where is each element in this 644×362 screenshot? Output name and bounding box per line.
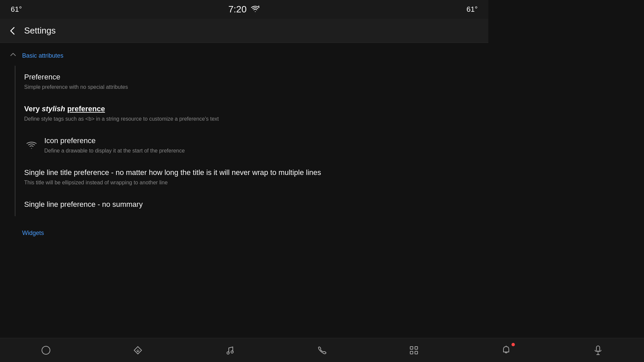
list-item[interactable]: Icon preference Define a drawable to dis…	[0, 129, 488, 161]
list-item[interactable]: Single line title preference - no matter…	[0, 161, 488, 193]
back-button[interactable]	[8, 26, 17, 36]
pref-text-no-summary: Single line preference - no summary	[24, 200, 479, 209]
pref-text-preference: Preference Simple preference with no spe…	[24, 72, 479, 91]
pref-summary-preference: Simple preference with no special attrib…	[24, 83, 479, 91]
list-item[interactable]: Very stylish preference Define style tag…	[0, 98, 488, 129]
pref-text-stylish: Very stylish preference Define style tag…	[24, 104, 479, 123]
list-item[interactable]: Checkbox preference Tap anywhere in this…	[0, 242, 488, 249]
pref-title-icon: Icon preference	[44, 136, 479, 146]
section-title-widgets: Widgets	[22, 230, 44, 237]
status-center: 7:20	[228, 4, 260, 15]
pref-title-single-line-title: Single line title preference - no matter…	[24, 168, 427, 178]
pref-title-part-bold: Very	[24, 105, 42, 113]
pref-text-checkbox: Checkbox preference Tap anywhere in this…	[24, 249, 464, 249]
status-temp-right: 61°	[467, 5, 478, 14]
wifi-pref-icon	[24, 141, 39, 149]
pref-summary-stylish: Define style tags such as <b> in a strin…	[24, 115, 479, 123]
header: Settings	[0, 19, 488, 43]
wifi-status-icon	[251, 5, 260, 14]
page-title: Settings	[24, 25, 56, 36]
pref-summary-single-line-title: This title will be ellipsized instead of…	[24, 179, 479, 186]
pref-text-icon: Icon preference Define a drawable to dis…	[44, 136, 479, 155]
chevron-up-icon[interactable]	[9, 51, 17, 60]
section-header-basic-attributes[interactable]: Basic attributes	[0, 43, 488, 66]
pref-text-single-line-title: Single line title preference - no matter…	[24, 168, 479, 186]
pref-summary-icon: Define a drawable to display it at the s…	[44, 147, 479, 155]
section-header-widgets[interactable]: Widgets	[0, 222, 488, 242]
pref-title-stylish: Very stylish preference	[24, 104, 479, 114]
pref-title-no-summary: Single line preference - no summary	[24, 200, 479, 209]
content-area: Basic attributes Preference Simple prefe…	[0, 43, 488, 249]
pref-title-preference: Preference	[24, 72, 479, 82]
section-title-basic-attributes: Basic attributes	[22, 52, 63, 59]
list-item[interactable]: Preference Simple preference with no spe…	[0, 66, 488, 98]
status-temp-left: 61°	[11, 5, 22, 14]
pref-title-part-underline: preference	[67, 105, 105, 113]
pref-title-part-italic: stylish	[42, 105, 67, 113]
status-time: 7:20	[228, 4, 247, 15]
pref-title-checkbox: Checkbox preference	[24, 249, 464, 249]
basic-attributes-items: Preference Simple preference with no spe…	[0, 66, 488, 216]
list-item[interactable]: Single line preference - no summary	[0, 193, 488, 216]
status-bar: 61° 7:20 61°	[0, 0, 488, 19]
